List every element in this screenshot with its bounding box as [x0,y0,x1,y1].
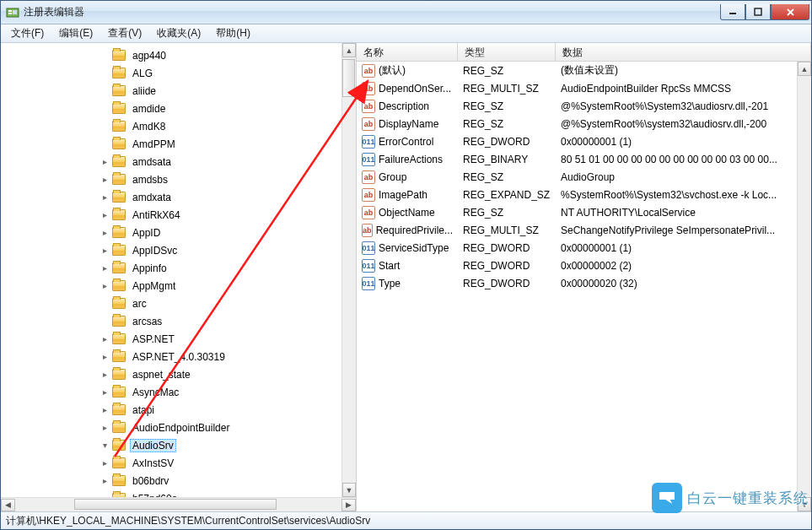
chevron-right-icon[interactable]: ▸ [100,192,110,202]
tree-node[interactable]: arc [1,295,356,312]
value-type: REG_MULTI_SZ [458,224,556,236]
folder-icon [112,156,126,167]
registry-value-row[interactable]: abDescriptionREG_SZ@%SystemRoot%\System3… [357,97,811,115]
tree-node[interactable]: ▸AppIDSvc [1,241,356,259]
value-type: REG_SZ [458,65,556,77]
chevron-right-icon[interactable] [100,51,110,60]
chevron-right-icon[interactable]: ▸ [100,387,110,397]
chevron-right-icon[interactable] [100,68,110,78]
tree-node[interactable]: ALG [1,64,356,82]
chevron-right-icon[interactable]: ▸ [100,458,110,468]
registry-value-row[interactable]: abGroupREG_SZAudioGroup [357,168,811,186]
menu-view[interactable]: 查看(V) [101,24,148,42]
tree-node[interactable]: ▸amdsbs [1,170,356,188]
scroll-down-icon[interactable]: ▼ [342,483,356,497]
tree-node[interactable]: ▸ASP.NET_4.0.30319 [1,348,356,365]
maximize-button[interactable] [745,4,771,20]
tree-horizontal-scrollbar[interactable]: ◀ ▶ [1,497,356,511]
svg-rect-4 [729,13,736,14]
chevron-right-icon[interactable]: ▸ [100,405,110,414]
registry-value-row[interactable]: 011TypeREG_DWORD0x00000020 (32) [357,274,811,292]
chevron-right-icon[interactable] [100,299,110,308]
column-type[interactable]: 类型 [458,43,556,61]
scroll-left-icon[interactable]: ◀ [1,499,15,511]
tree-node[interactable]: ▸aspnet_state [1,365,356,383]
chevron-down-icon[interactable]: ▾ [100,441,110,450]
chevron-right-icon[interactable] [100,139,110,149]
chevron-right-icon[interactable]: ▸ [100,157,110,166]
chevron-right-icon[interactable]: ▸ [100,263,110,273]
folder-icon [112,121,126,132]
chevron-right-icon[interactable]: ▸ [100,175,110,184]
minimize-button[interactable] [720,4,745,20]
registry-value-row[interactable]: abRequiredPrivile...REG_MULTI_SZSeChange… [357,221,811,239]
tree-node[interactable]: ▸atapi [1,401,356,419]
chevron-right-icon[interactable]: ▸ [100,476,110,485]
registry-value-row[interactable]: ab(默认)REG_SZ(数值未设置) [357,62,811,79]
list-rows[interactable]: ab(默认)REG_SZ(数值未设置)abDependOnSer...REG_M… [357,62,811,511]
tree-node[interactable]: ▸ASP.NET [1,330,356,348]
registry-value-row[interactable]: abImagePathREG_EXPAND_SZ%SystemRoot%\Sys… [357,186,811,203]
menu-favorites[interactable]: 收藏夹(A) [150,24,207,42]
tree-node[interactable]: ▸AppID [1,224,356,241]
scroll-thumb[interactable] [342,59,355,97]
tree-node[interactable]: ▸AppMgmt [1,277,356,295]
tree-node[interactable]: AmdPPM [1,135,356,153]
chevron-right-icon[interactable]: ▸ [100,281,110,290]
chevron-right-icon[interactable] [100,316,110,326]
list-vertical-scrollbar[interactable]: ▲ ▼ [797,62,811,511]
menu-help[interactable]: 帮助(H) [209,24,257,42]
tree-node[interactable]: arcsas [1,312,356,330]
tree-node[interactable]: ▸AsyncMac [1,383,356,401]
tree-node[interactable]: ▸AxInstSV [1,454,356,472]
chevron-right-icon[interactable]: ▸ [100,370,110,379]
chevron-right-icon[interactable]: ▸ [100,210,110,219]
title-bar[interactable]: 注册表编辑器 [1,1,811,24]
menu-bar: 文件(F) 编辑(E) 查看(V) 收藏夹(A) 帮助(H) [1,24,811,43]
column-name[interactable]: 名称 [357,43,458,61]
tree-node[interactable]: ▸amdxata [1,188,356,206]
chevron-right-icon[interactable]: ▸ [100,423,110,432]
scroll-right-icon[interactable]: ▶ [341,499,356,511]
tree-node[interactable]: agp440 [1,46,356,64]
scroll-down-icon[interactable]: ▼ [798,497,811,511]
tree-node-label: aliide [130,84,159,98]
scroll-up-icon[interactable]: ▲ [798,62,811,76]
registry-value-row[interactable]: 011ErrorControlREG_DWORD0x00000001 (1) [357,132,811,150]
chevron-right-icon[interactable]: ▸ [100,494,110,497]
registry-value-row[interactable]: abObjectNameREG_SZNT AUTHORITY\LocalServ… [357,203,811,221]
chevron-right-icon[interactable]: ▸ [100,334,110,343]
chevron-right-icon[interactable]: ▸ [100,246,110,255]
tree-node[interactable]: ▸AntiRkX64 [1,206,356,224]
registry-value-row[interactable]: abDisplayNameREG_SZ@%SystemRoot%\system3… [357,115,811,132]
scroll-up-icon[interactable]: ▲ [342,43,356,57]
tree-node[interactable]: ▸Appinfo [1,259,356,277]
chevron-right-icon[interactable]: ▸ [100,352,110,361]
chevron-right-icon[interactable] [100,104,110,113]
tree-panel: agp440ALGaliideamdideAmdK8AmdPPM▸amdsata… [1,43,357,511]
folder-icon [112,103,126,114]
tree-node[interactable]: aliide [1,82,356,100]
chevron-right-icon[interactable]: ▸ [100,228,110,237]
registry-value-row[interactable]: 011StartREG_DWORD0x00000002 (2) [357,257,811,274]
chevron-right-icon[interactable] [100,122,110,131]
registry-value-row[interactable]: 011ServiceSidTypeREG_DWORD0x00000001 (1) [357,239,811,257]
chevron-right-icon[interactable] [100,86,110,95]
tree-node[interactable]: amdide [1,100,356,117]
tree-node[interactable]: ▸AudioEndpointBuilder [1,419,356,436]
registry-value-row[interactable]: 011FailureActionsREG_BINARY80 51 01 00 0… [357,150,811,168]
close-button[interactable] [771,4,809,20]
menu-edit[interactable]: 编辑(E) [52,24,99,42]
tree-node[interactable]: ▸b06bdrv [1,472,356,489]
tree-list[interactable]: agp440ALGaliideamdideAmdK8AmdPPM▸amdsata… [1,43,356,497]
menu-file[interactable]: 文件(F) [4,24,51,42]
tree-node[interactable]: AmdK8 [1,117,356,135]
tree-node[interactable]: ▸amdsata [1,153,356,170]
tree-vertical-scrollbar[interactable]: ▲ ▼ [341,43,356,497]
column-data[interactable]: 数据 [556,43,811,61]
registry-value-row[interactable]: abDependOnSer...REG_MULTI_SZAudioEndpoin… [357,79,811,97]
tree-node-label: AxInstSV [130,457,176,470]
scroll-thumb[interactable] [74,499,277,510]
tree-node[interactable]: ▾AudioSrv [1,436,356,454]
tree-node[interactable]: ▸b57nd60a [1,489,356,497]
